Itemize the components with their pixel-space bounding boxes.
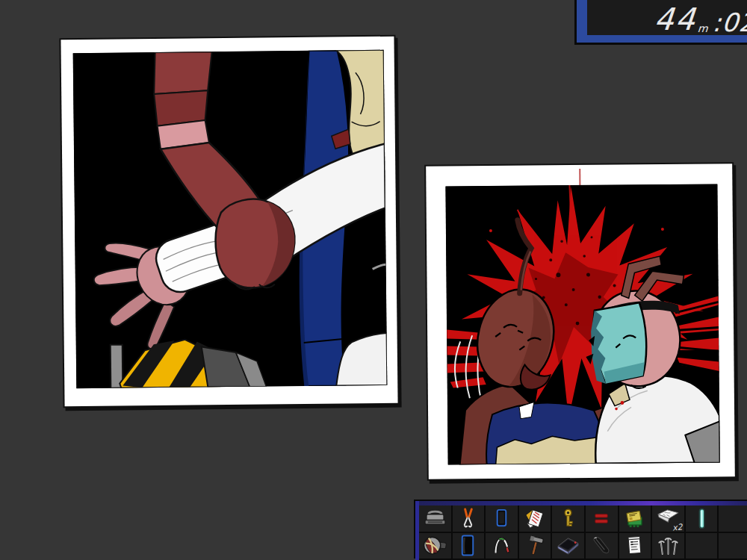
large-phone-icon xyxy=(456,535,480,556)
map-count-label: x2 xyxy=(672,522,684,532)
printer-case-icon xyxy=(423,508,447,529)
glow-stick-icon xyxy=(689,508,714,529)
wire-cutters-icon xyxy=(456,508,480,529)
inventory-slot-tablet[interactable] xyxy=(552,533,584,559)
timer-seconds: :02 xyxy=(712,10,747,34)
inventory-slot-gold-key[interactable] xyxy=(552,505,584,532)
inventory-slot-large-phone[interactable] xyxy=(453,533,485,559)
inventory-slot-hammer[interactable] xyxy=(519,533,551,559)
notepad-icon xyxy=(622,535,647,556)
inventory-slot-notepad[interactable] xyxy=(619,533,651,559)
headbutt-art xyxy=(445,184,719,464)
inventory-slot-circuit-keycard[interactable] xyxy=(619,505,651,532)
inventory-slot-torn-notes[interactable] xyxy=(519,505,551,532)
torn-notes-icon xyxy=(523,508,548,529)
red-equals-icon xyxy=(589,508,614,529)
taped-roll-icon xyxy=(423,535,447,556)
photo-headbutt-splatter[interactable] xyxy=(426,164,735,479)
wrist-grab-art xyxy=(73,50,388,388)
inventory-slot-wire-cutters[interactable] xyxy=(453,505,485,532)
inventory-slot-small-phone[interactable] xyxy=(486,505,518,532)
headbutt-scene xyxy=(445,184,719,464)
inventory-slot-empty xyxy=(719,533,747,559)
inventory-slot-printer-case[interactable] xyxy=(419,505,451,532)
inventory-slot-pitons[interactable] xyxy=(652,533,684,559)
climbing-pitons-icon xyxy=(656,535,681,556)
black-pry-tool-icon xyxy=(589,535,614,556)
hammer-icon xyxy=(523,535,548,556)
tablet-device-icon xyxy=(556,535,580,556)
inventory-bar: x2 xyxy=(415,501,747,560)
small-phone-icon xyxy=(489,508,514,529)
inventory-slot-black-tool[interactable] xyxy=(586,533,618,559)
inventory-slot-taped-roll[interactable] xyxy=(419,533,451,559)
game-screen: 44 m :02 s xyxy=(0,0,747,560)
timer-minutes-unit: m xyxy=(697,24,708,34)
countdown-timer: 44 m :02 s xyxy=(577,0,747,43)
circuit-keycard-icon xyxy=(622,508,647,529)
gold-key-icon xyxy=(556,508,580,529)
inventory-slot-red-equals[interactable] xyxy=(586,505,618,532)
timer-minutes: 44 xyxy=(653,5,698,34)
inventory-grid: x2 xyxy=(419,505,747,559)
photo-wrist-grab[interactable] xyxy=(61,37,397,407)
inventory-slot-glow-stick[interactable] xyxy=(686,505,718,532)
inventory-slot-empty xyxy=(719,505,747,532)
inventory-slot-folded-map[interactable]: x2 xyxy=(652,505,684,532)
inventory-slot-head-strap[interactable] xyxy=(486,533,518,559)
wrist-grab-scene xyxy=(73,50,388,388)
red-drip-line xyxy=(579,169,580,187)
inventory-slot-empty xyxy=(686,533,718,559)
head-strap-icon xyxy=(489,535,514,556)
